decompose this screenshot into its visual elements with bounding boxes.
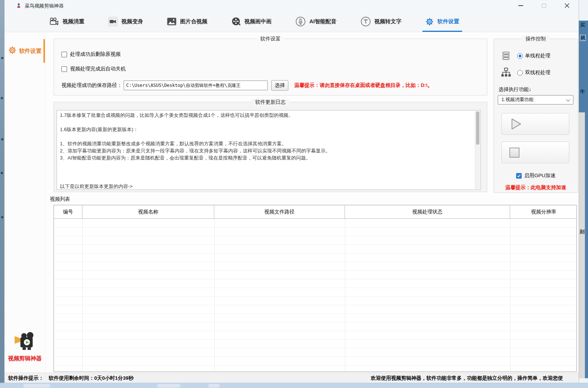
auto-shutdown-row: 视频处理完成后自动关机	[61, 66, 126, 72]
delete-original-checkbox[interactable]	[61, 52, 67, 57]
chevron-down-icon	[566, 97, 570, 101]
column-header-4[interactable]: 视频处理状态	[345, 205, 510, 218]
update-log-text: 1.7版本修复了批量合成视频的问题，比如导入多个美女类型视频合成1个，这样也可以…	[60, 112, 473, 189]
window-title: 菜鸟视频剪辑神器	[25, 3, 64, 9]
status-bar: 软件操作提示： 软件使用剩余时间：0天0小时1分39秒 欢迎使用视频剪辑神器，软…	[4, 373, 579, 383]
function-select-label: 选择执行功能↓	[498, 86, 531, 93]
background-text-fragment: 牛	[580, 88, 585, 95]
settings-group-title: 软件设置	[257, 36, 284, 42]
tab-label: 视频转文字	[375, 18, 402, 25]
save-path-input[interactable]	[124, 81, 268, 90]
column-header-5[interactable]: 视频分辨率	[510, 205, 577, 218]
desktop-background-left	[0, 0, 4, 388]
background-window-panel	[579, 112, 585, 378]
function-select[interactable]: 1.视频消重功能	[498, 95, 573, 104]
tab-dedupe[interactable]: 视频消重	[49, 11, 84, 32]
titlebar[interactable]: 菜鸟视频剪辑神器	[4, 0, 579, 11]
update-log-textarea[interactable]: 1.7版本修复了批量合成视频的问题，比如导入多个美女类型视频合成1个，这样也可以…	[57, 110, 481, 190]
save-path-label: 视频处理成功的保存路径：	[61, 82, 122, 89]
video-list-label: 视频列表	[50, 196, 70, 203]
tab-settings[interactable]: 软件设置	[425, 11, 459, 32]
dual-thread-row: 双线程处理	[500, 67, 551, 78]
taskbar[interactable]	[0, 383, 588, 388]
app-logo: 视频剪辑神器	[4, 332, 45, 362]
video-camera-icon	[108, 17, 118, 26]
text-circle-icon	[361, 16, 371, 27]
app-window: 菜鸟视频剪辑神器 视频消重视频变身图片合视频视频画中画AI智能配音视频转文字软件…	[4, 0, 579, 383]
screen: 买 就 牛 刻 菜鸟视频剪辑神器 视频消重视频变身图片合视频视频画中	[0, 0, 588, 388]
table-column-divider	[510, 219, 510, 372]
column-header-3[interactable]: 视频文件路径	[214, 205, 345, 218]
tab-img2video[interactable]: 图片合视频	[167, 11, 207, 32]
app-icon	[16, 3, 22, 9]
tab-label: 图片合视频	[180, 18, 207, 25]
tab-label: 视频消重	[63, 18, 84, 25]
update-log-group-title: 软件更新日志	[252, 99, 290, 106]
video-camera-logo-icon	[13, 332, 37, 352]
gpu-warning: 温馨提示：此电脑支持加速	[494, 184, 578, 191]
start-button[interactable]	[501, 113, 569, 135]
gpu-row: 启用GPU加速	[494, 172, 578, 179]
tab-transform[interactable]: 视频变身	[108, 11, 143, 32]
maximize-button[interactable]	[532, 0, 555, 11]
taskbar-highlight	[157, 384, 181, 388]
delete-original-row: 处理成功后删除原视频	[61, 51, 121, 58]
column-header-2[interactable]: 视频名称	[82, 205, 214, 218]
taskbar-highlight	[208, 384, 219, 388]
gear-icon	[425, 18, 434, 26]
dual-thread-icon	[500, 67, 512, 78]
minimize-button[interactable]	[509, 0, 532, 11]
play-icon	[509, 117, 523, 131]
table-column-divider	[82, 219, 83, 372]
sidebar-active-indicator	[43, 39, 45, 63]
stop-button[interactable]	[501, 142, 569, 163]
log-scrollbar-thumb[interactable]	[476, 112, 479, 145]
tab-label: AI智能配音	[309, 18, 337, 25]
log-scrollbar[interactable]	[475, 111, 480, 189]
single-thread-radio[interactable]	[517, 53, 523, 59]
save-path-row: 视频处理成功的保存路径： 选择 温馨提示：请勿直接保存在桌面或者硬盘根目录，比如…	[61, 80, 433, 91]
function-select-value: 1.视频消重功能	[501, 97, 533, 103]
stop-icon	[509, 148, 519, 158]
window-controls	[509, 0, 579, 11]
dual-thread-radio[interactable]	[517, 70, 523, 76]
tab-bar: 视频消重视频变身图片合视频视频画中画AI智能配音视频转文字软件设置	[4, 11, 579, 32]
sidebar-item-settings[interactable]: 软件设置	[4, 38, 45, 64]
movie-camera-icon	[49, 17, 59, 26]
table-column-divider	[214, 219, 215, 372]
taskbar-highlight	[23, 384, 50, 388]
column-header-1[interactable]: 编号	[54, 205, 82, 218]
single-thread-row: 单线程处理	[500, 51, 551, 61]
table-column-divider	[345, 219, 345, 372]
single-thread-icon	[500, 51, 512, 61]
background-window-right: 买 就 牛 刻	[579, 0, 588, 383]
background-text-fragment: 刻	[580, 228, 585, 235]
save-path-warning: 温馨提示：请勿直接保存在桌面或者硬盘根目录，比如：D:\。	[294, 82, 433, 89]
auto-shutdown-checkbox[interactable]	[61, 66, 67, 72]
tab-ai-dub[interactable]: AI智能配音	[295, 11, 337, 32]
image-icon	[167, 18, 176, 25]
main-content: 软件设置 视频剪辑神器	[4, 32, 579, 373]
delete-original-label: 处理成功后删除原视频	[70, 51, 121, 58]
gpu-label: 启用GPU加速	[524, 172, 555, 179]
choose-path-button[interactable]: 选择	[271, 80, 288, 91]
welcome-message-text: 欢迎使用视频剪辑神器，软件功能非常多，功能都是独立分明的，操作简单，欢迎您使	[371, 375, 563, 382]
tab-pip[interactable]: 视频画中画	[231, 11, 272, 32]
remaining-time-text: 软件使用剩余时间：0天0小时1分39秒	[49, 375, 134, 382]
logo-caption: 视频剪辑神器	[4, 355, 45, 362]
gpu-checkbox[interactable]	[516, 173, 522, 179]
background-text-fragment: 就	[580, 34, 586, 41]
tab-video2text[interactable]: 视频转文字	[361, 11, 402, 32]
table-body	[54, 219, 576, 372]
microphone-icon	[295, 16, 306, 27]
gear-icon	[8, 46, 16, 56]
sidebar: 软件设置 视频剪辑神器	[4, 32, 46, 373]
table-header: 编号视频名称视频文件路径视频处理状态视频分辨率	[54, 205, 576, 219]
film-reel-icon	[231, 17, 241, 26]
control-panel-title: 操作控制	[522, 36, 550, 42]
close-button[interactable]	[555, 0, 579, 11]
settings-group: 软件设置 处理成功后删除原视频 视频处理完成后自动关机 视频处理成功的保存路径：…	[54, 39, 487, 96]
sidebar-item-label: 软件设置	[19, 48, 42, 55]
video-list-table: 编号视频名称视频文件路径视频处理状态视频分辨率	[54, 205, 577, 372]
status-hint-label: 软件操作提示：	[8, 375, 44, 382]
